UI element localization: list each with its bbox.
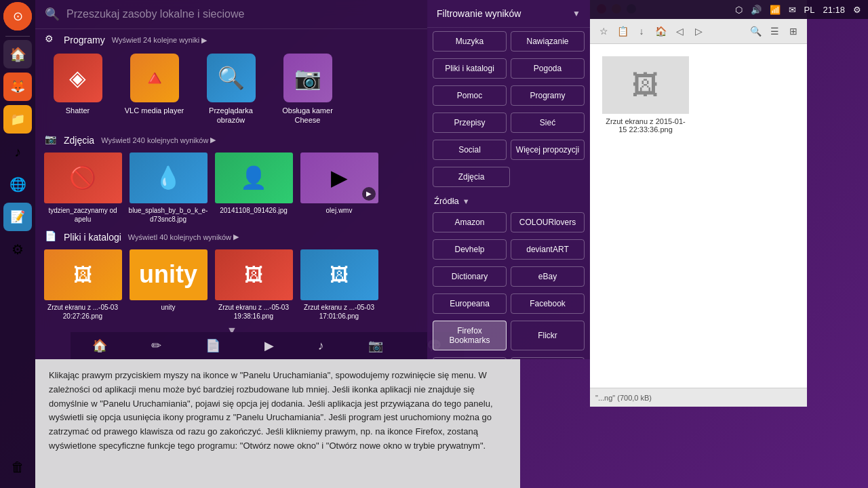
file-label-1: Zrzut ekranu z ...-05-03 20:27:26.png [42,303,123,321]
sources-row-3: Dictionary eBay [427,263,590,290]
filter-przepisy[interactable]: Przepisy [433,113,507,133]
app-item-shatter[interactable]: ◈ Shatter [42,54,113,125]
filter-pliki[interactable]: Pliki i katalogi [433,58,507,79]
programy-arrow: ▶ [201,36,207,45]
nav-music[interactable]: ♪ [309,335,334,357]
pliki-more[interactable]: Wyświetl 40 kolejnych wyników [128,233,231,241]
app-item-cheese[interactable]: 📷 Obsługa kamer Cheese [272,54,343,125]
file-item-2[interactable]: unity unity [127,249,209,321]
cheese-icon: 📷 [283,54,332,102]
ubuntu-icon: ⊙ [13,9,23,24]
source-firefox-bookmarks[interactable]: Firefox Bookmarks [433,321,507,350]
source-gallica[interactable]: Gallica [433,357,507,359]
filter-row-5: Social Więcej propozycji [427,136,590,163]
bluetooth-icon[interactable]: ⬡ [735,5,743,15]
network-icon[interactable]: 📶 [770,5,781,15]
file-label-2: unity [161,303,175,312]
photo-item-1[interactable]: 🚫 tydzien_zaczynamy od apelu [42,152,123,224]
app-item-vlc[interactable]: 🔺 VLC media player [119,54,190,125]
shatter-icon-shape: ◈ [69,65,86,91]
photo-thumb-3: 👤 [215,152,293,203]
fm-search-button[interactable]: 🔍 [747,23,764,39]
nav-photo[interactable]: 📷 [359,334,393,357]
zdjecia-more[interactable]: Wyświetl 240 kolejnych wyników [101,136,208,144]
programy-icon: ⚙ [45,33,58,47]
libreoffice-launcher-icon[interactable]: 📝 [3,203,32,231]
nav-video[interactable]: ▶ [255,334,283,357]
photo-item-2[interactable]: 💧 blue_splash_by_b_o_k_e-d73snc8.jpg [127,152,209,224]
zdjecia-icon: 📷 [45,134,58,147]
photo-item-3[interactable]: 👤 20141108_091426.jpg [213,152,294,224]
source-github[interactable]: GitHub [511,357,585,359]
photo-label-1: tydzien_zaczynamy od apelu [42,206,123,224]
down-button[interactable]: ↓ [633,23,650,39]
mail-icon[interactable]: ✉ [789,5,796,15]
source-colourlovers[interactable]: COLOURlovers [511,212,585,232]
viewer-icon-shape: 🔍 [218,65,245,91]
file-item-3[interactable]: 🖼 Zrzut ekranu z ...-05-03 19:38:16.png [213,249,294,321]
filter-zdjecia[interactable]: Zdjęcia [433,167,510,187]
trash-icon: 🗑 [11,460,24,475]
left-button[interactable]: ◁ [671,23,688,39]
source-ebay[interactable]: eBay [511,266,585,287]
file-icon-1: 🖼 [73,264,92,286]
filter-nawiazanie[interactable]: Nawiązanie [511,31,585,52]
launcher: ⊙ 🏠 🦊 📁 ♪ 🌐 📝 ⚙ 🗑 [0,0,35,488]
photo-label-2: blue_splash_by_b_o_k_e-d73snc8.jpg [127,206,209,224]
nav-edit[interactable]: ✏ [142,334,171,357]
music-icon: ♪ [14,144,21,160]
photo-launcher-icon[interactable]: 🌐 [3,170,32,199]
copy-button[interactable]: 📋 [614,23,631,39]
filter-wiecej[interactable]: Więcej propozycji [511,140,585,160]
filter-pomoc[interactable]: Pomoc [433,85,507,106]
filter-social[interactable]: Social [433,140,507,160]
vlc-icon-shape: 🔺 [141,65,168,91]
fm-file-item[interactable]: 🖼 Zrzut ekranu z 2015-01-15 22:33:36.png [598,52,693,138]
app-item-viewer[interactable]: 🔍 Przeglądarka obrazów [195,54,267,125]
nav-home[interactable]: 🏠 [83,334,117,357]
source-flickr[interactable]: Flickr [511,321,585,350]
nav-docs[interactable]: 📄 [196,334,230,357]
language-indicator[interactable]: PL [804,5,815,15]
star-button[interactable]: ☆ [595,23,612,39]
search-input[interactable] [66,8,419,20]
libreoffice-icon: 📝 [10,209,25,224]
file-item-4[interactable]: 🖼 Zrzut ekranu z ...-05-03 17:01:06.png [298,249,380,321]
photo-item-4[interactable]: ▶ ▶ olej.wmv [298,152,380,224]
filter-dropdown-arrow[interactable]: ▼ [572,9,580,18]
source-devhelp[interactable]: Devhelp [433,239,507,260]
source-facebook[interactable]: Facebook [511,293,585,314]
source-dictionary[interactable]: Dictionary [433,266,507,287]
photo-thumb-1: 🚫 [44,152,122,203]
filter-siec[interactable]: Sieć [511,113,585,133]
sound-icon[interactable]: 🔊 [751,5,762,15]
right-button[interactable]: ▷ [690,23,707,39]
music-launcher-icon[interactable]: ♪ [3,138,32,166]
filter-muzyka[interactable]: Muzyka [433,31,507,52]
fm-status-text: "...ng" (700,0 kB) [595,394,652,402]
filter-pogoda[interactable]: Pogoda [511,58,585,79]
home-fm-button[interactable]: 🏠 [652,23,669,39]
file-item-1[interactable]: 🖼 Zrzut ekranu z ...-05-03 20:27:26.png [42,249,123,321]
dash-overlay: 🔍 ⚙ Programy Wyświetl 24 kolejne wyniki … [35,0,429,359]
file-thumb-3: 🖼 [215,249,293,300]
settings-launcher-icon[interactable]: ⚙ [3,235,32,264]
trash-launcher-icon[interactable]: 🗑 [3,453,32,481]
home-launcher-icon[interactable]: 🏠 [3,40,32,68]
photo-icon-1: 🚫 [69,165,96,190]
ubuntu-button[interactable]: ⊙ [3,2,32,30]
filter-programy[interactable]: Programy [511,85,585,106]
fm-toolbar: ☆ 📋 ↓ 🏠 ◁ ▷ 🔍 ☰ ⊞ [590,18,807,44]
filter-row-2: Pliki i katalogi Pogoda [427,55,590,82]
source-deviantart[interactable]: deviantART [511,239,585,260]
source-europeana[interactable]: Europeana [433,293,507,314]
source-amazon[interactable]: Amazon [433,212,507,232]
photo-label-3: 20141108_091426.jpg [220,206,288,215]
files-launcher-icon[interactable]: 📁 [3,105,32,134]
file-icon-4: 🖼 [330,264,349,286]
firefox-launcher-icon[interactable]: 🦊 [3,73,32,101]
fm-grid-button[interactable]: ⊞ [785,23,802,39]
fm-list-button[interactable]: ☰ [766,23,783,39]
system-settings-icon[interactable]: ⚙ [853,5,861,15]
programy-more[interactable]: Wyświetl 24 kolejne wyniki [112,36,200,44]
